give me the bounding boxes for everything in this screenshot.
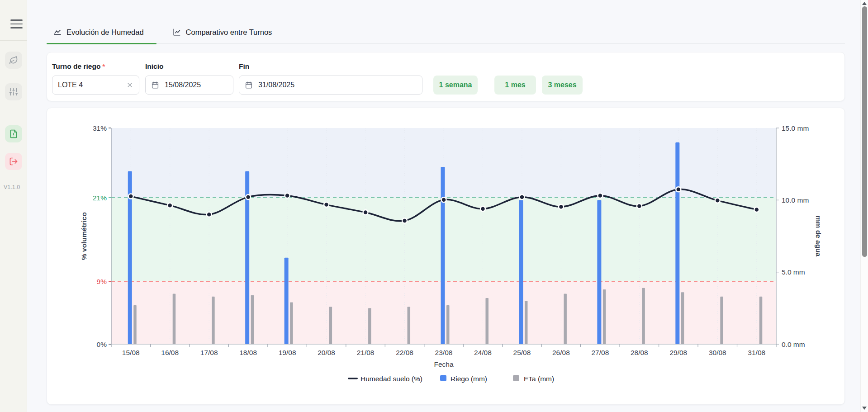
logout-button[interactable] xyxy=(5,153,22,170)
leaf-icon xyxy=(9,56,18,65)
eta-bar xyxy=(408,307,411,344)
data-point xyxy=(441,197,446,202)
end-date-value: 31/08/2025 xyxy=(258,81,294,89)
legend-square-swatch xyxy=(440,375,446,381)
chart-card: 31%21%9%0%15.0 mm10.0 mm5.0 mm0.0 mm15/0… xyxy=(47,108,845,405)
scroll-up-arrow[interactable] xyxy=(862,2,867,5)
data-point xyxy=(324,202,329,207)
hamburger-line xyxy=(10,24,23,25)
eta-bar xyxy=(603,289,606,344)
x-axis-tick-label: 20/08 xyxy=(318,349,335,356)
required-asterisk: * xyxy=(102,62,105,70)
eta-bar xyxy=(329,307,332,344)
x-axis-tick-label: 19/08 xyxy=(279,349,296,356)
left-axis-tick-label: 31% xyxy=(93,124,107,132)
x-axis-tick-label: 22/08 xyxy=(396,349,413,356)
eta-bar xyxy=(133,305,137,344)
inicio-label: Inicio xyxy=(145,62,163,71)
x-axis-tick-label: 26/08 xyxy=(552,349,570,356)
data-point xyxy=(285,193,290,198)
tab-comparativo-turnos[interactable]: Comparativo entre Turnos xyxy=(166,21,285,43)
right-axis-tick-label: 0.0 mm xyxy=(782,341,805,348)
fin-label-text: Fin xyxy=(239,62,249,70)
vertical-scrollbar[interactable] xyxy=(860,0,868,412)
eta-bar xyxy=(681,292,684,344)
start-date-input[interactable]: 15/08/2025 xyxy=(145,76,233,95)
x-axis-tick-label: 21/08 xyxy=(357,349,375,356)
left-axis-tick-label: 9% xyxy=(97,278,107,285)
range-3-months-button[interactable]: 3 meses xyxy=(542,76,583,95)
legend-line-swatch xyxy=(348,378,358,379)
data-point xyxy=(480,206,485,211)
riego-bar xyxy=(675,142,679,344)
right-axis-title: mm de agua xyxy=(815,216,822,257)
data-point xyxy=(559,204,564,209)
range-1-week-button[interactable]: 1 semana xyxy=(433,76,478,95)
left-axis-tick-label: 21% xyxy=(93,194,107,202)
riego-bar xyxy=(519,200,523,344)
tab-label: Comparativo entre Turnos xyxy=(186,28,272,37)
app-version: V1.1.0 xyxy=(4,184,20,190)
turno-label-text: Turno de riego xyxy=(52,62,100,70)
x-axis-tick-label: 25/08 xyxy=(513,349,531,356)
logout-icon xyxy=(9,157,18,166)
tab-evolucion-humedad[interactable]: Evolución de Humedad xyxy=(47,21,157,43)
x-axis-tick-label: 30/08 xyxy=(709,349,726,356)
data-point xyxy=(207,212,212,217)
x-axis-tick-label: 15/08 xyxy=(122,349,140,356)
x-axis-tick-label: 29/08 xyxy=(669,349,687,356)
legend-square-swatch xyxy=(513,375,519,381)
legend-item-2[interactable]: Riego (mm) xyxy=(440,375,487,383)
riego-bar xyxy=(597,200,601,344)
legend-label: ETa (mm) xyxy=(524,375,554,383)
turno-label: Turno de riego* xyxy=(52,62,105,71)
eta-bar xyxy=(446,305,450,344)
x-axis-tick-label: 24/08 xyxy=(474,349,492,356)
x-axis-tick-label: 27/08 xyxy=(591,349,609,356)
inicio-label-text: Inicio xyxy=(145,62,163,70)
x-axis-tick-label: 16/08 xyxy=(161,349,179,356)
scrollbar-thumb[interactable] xyxy=(862,6,867,257)
data-point xyxy=(246,194,251,199)
left-axis-tick-label: 0% xyxy=(97,341,107,348)
tab-bar: Evolución de Humedad Comparativo entre T… xyxy=(47,21,845,44)
x-axis-tick-label: 31/08 xyxy=(748,349,765,356)
end-date-input[interactable]: 31/08/2025 xyxy=(239,76,422,95)
eta-bar xyxy=(720,297,723,344)
eta-bar xyxy=(642,288,645,344)
eta-bar xyxy=(368,308,371,344)
right-axis-tick-label: 5.0 mm xyxy=(782,268,805,276)
hamburger-line xyxy=(10,19,23,21)
clear-icon[interactable] xyxy=(126,81,133,89)
turno-select[interactable]: LOTE 4 xyxy=(52,76,139,95)
file-warning-icon xyxy=(9,129,18,138)
data-point xyxy=(167,203,172,208)
right-axis-tick-label: 15.0 mm xyxy=(782,124,809,132)
x-axis-tick-label: 23/08 xyxy=(435,349,453,356)
legend-item-1[interactable]: Humedad suelo (%) xyxy=(348,375,422,383)
legend-label: Riego (mm) xyxy=(451,375,487,383)
eta-bar xyxy=(173,294,176,344)
sidebar: V1.1.0 xyxy=(0,0,27,412)
eta-bar xyxy=(525,301,528,344)
data-point xyxy=(754,207,759,212)
eta-bar xyxy=(564,294,567,344)
riego-bar xyxy=(285,258,289,344)
menu-toggle-button[interactable] xyxy=(10,19,23,28)
x-axis-tick-label: 28/08 xyxy=(631,349,648,356)
scroll-down-arrow[interactable] xyxy=(862,407,867,410)
data-point xyxy=(598,193,602,198)
nav-settings-button[interactable] xyxy=(5,83,22,100)
riego-bar xyxy=(441,167,445,344)
legend-item-3[interactable]: ETa (mm) xyxy=(513,375,554,383)
range-1-month-button[interactable]: 1 mes xyxy=(494,76,536,95)
hamburger-line xyxy=(10,27,23,28)
nav-reports-button[interactable] xyxy=(5,125,22,142)
sidebar-divider xyxy=(0,40,27,41)
left-axis-title: % volumétrico xyxy=(80,212,88,260)
data-point xyxy=(715,198,720,203)
data-point xyxy=(363,210,368,215)
x-axis-tick-label: 18/08 xyxy=(239,349,257,356)
eta-bar xyxy=(759,297,763,344)
nav-crops-button[interactable] xyxy=(5,52,22,69)
